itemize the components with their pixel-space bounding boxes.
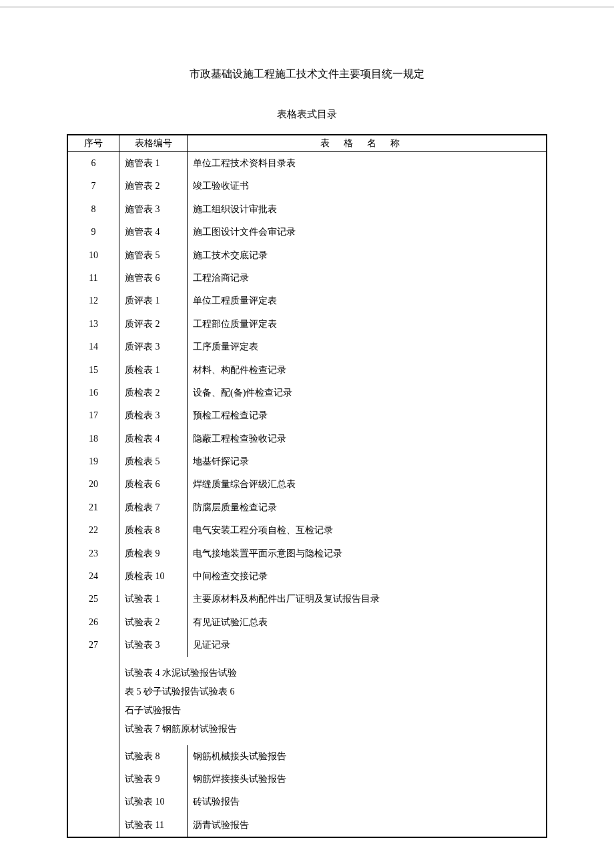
cell-seq: 7 — [67, 175, 119, 197]
table-row: 23质检表 9电气接地装置平面示意图与隐检记录 — [67, 542, 547, 565]
cell-seq — [67, 791, 119, 813]
cell-name: 工序质量评定表 — [188, 336, 547, 358]
cell-name: 焊缝质量综合评级汇总表 — [188, 473, 547, 496]
table-header-row: 序号 表格编号 表格名称 — [67, 135, 547, 152]
cell-code: 质评表 1 — [119, 290, 188, 312]
cell-seq: 15 — [67, 359, 119, 382]
cell-seq: 26 — [67, 611, 119, 634]
document-page: 市政基础设施工程施工技术文件主要项目统一规定 表格表式目录 序号 表格编号 表格… — [0, 7, 614, 868]
table-row: 19质检表 5地基钎探记录 — [67, 450, 547, 473]
cell-code: 质评表 2 — [119, 313, 188, 336]
cell-seq: 24 — [67, 565, 119, 588]
table-row: 11施管表 6工程洽商记录 — [67, 267, 547, 290]
cell-code: 试验表 1 — [119, 588, 188, 610]
cell-name: 沥青试验报告 — [188, 814, 547, 837]
table-row: 7施管表 2竣工验收证书 — [67, 175, 547, 197]
cell-code: 施管表 5 — [119, 244, 188, 267]
table-row: 试验表 11沥青试验报告 — [67, 814, 547, 837]
cell-code: 质检表 9 — [119, 542, 188, 565]
cell-seq: 17 — [67, 404, 119, 427]
table-row: 17质检表 3预检工程检查记录 — [67, 404, 547, 427]
cell-seq: 11 — [67, 267, 119, 290]
table-row: 15质检表 1材料、构配件检查记录 — [67, 359, 547, 382]
cell-code: 质检表 1 — [119, 359, 188, 382]
cell-name: 钢筋焊接接头试验报告 — [188, 768, 547, 791]
cell-seq: 9 — [67, 221, 119, 244]
table-row: 18质检表 4隐蔽工程检查验收记录 — [67, 428, 547, 450]
cell-seq — [67, 657, 119, 745]
cell-seq: 23 — [67, 542, 119, 565]
cell-code: 质检表 8 — [119, 519, 188, 542]
cell-name: 电气接地装置平面示意图与隐检记录 — [188, 542, 547, 565]
cell-name: 竣工验收证书 — [188, 175, 547, 197]
cell-seq: 12 — [67, 290, 119, 312]
cell-code: 施管表 4 — [119, 221, 188, 244]
table-row: 6施管表 1单位工程技术资料目录表 — [67, 152, 547, 175]
cell-code: 质检表 7 — [119, 496, 188, 519]
cell-seq: 8 — [67, 198, 119, 221]
cell-code: 质检表 2 — [119, 382, 188, 404]
header-code: 表格编号 — [119, 135, 188, 152]
cell-name: 有见证试验汇总表 — [188, 611, 547, 634]
table-row: 试验表 9钢筋焊接接头试验报告 — [67, 768, 547, 791]
table-row: 16质检表 2设备、配(备)件检查记录 — [67, 382, 547, 404]
cell-name: 单位工程质量评定表 — [188, 290, 547, 312]
cell-name: 砖试验报告 — [188, 791, 547, 813]
table-row: 21质检表 7防腐层质量检查记录 — [67, 496, 547, 519]
cell-seq: 16 — [67, 382, 119, 404]
cell-seq: 25 — [67, 588, 119, 610]
cell-code: 质评表 3 — [119, 336, 188, 358]
cell-code: 质检表 3 — [119, 404, 188, 427]
cell-seq: 19 — [67, 450, 119, 473]
cell-code: 质检表 10 — [119, 565, 188, 588]
cell-name: 施工图设计文件会审记录 — [188, 221, 547, 244]
header-name: 表格名称 — [188, 135, 547, 152]
table-row: 试验表 4 水泥试验报告试验表 5 砂子试验报告试验表 6石子试验报告试验表 7… — [67, 657, 547, 745]
cell-code: 试验表 3 — [119, 634, 188, 657]
table-row: 9施管表 4施工图设计文件会审记录 — [67, 221, 547, 244]
cell-name: 钢筋机械接头试验报告 — [188, 745, 547, 768]
cell-seq: 27 — [67, 634, 119, 657]
cell-code: 试验表 4 水泥试验报告试验表 5 砂子试验报告试验表 6石子试验报告试验表 7… — [119, 657, 547, 745]
table-row: 试验表 10砖试验报告 — [67, 791, 547, 813]
table-row: 10施管表 5施工技术交底记录 — [67, 244, 547, 267]
catalog-table: 序号 表格编号 表格名称 6施管表 1单位工程技术资料目录表7施管表 2竣工验收… — [67, 134, 547, 838]
cell-seq — [67, 745, 119, 768]
cell-seq: 6 — [67, 152, 119, 175]
cell-seq: 22 — [67, 519, 119, 542]
table-row: 22质检表 8电气安装工程分项自检、互检记录 — [67, 519, 547, 542]
cell-name: 防腐层质量检查记录 — [188, 496, 547, 519]
cell-name: 预检工程检查记录 — [188, 404, 547, 427]
cell-name: 隐蔽工程检查验收记录 — [188, 428, 547, 450]
cell-name: 地基钎探记录 — [188, 450, 547, 473]
header-seq: 序号 — [67, 135, 119, 152]
cell-seq: 14 — [67, 336, 119, 358]
cell-seq: 10 — [67, 244, 119, 267]
cell-code: 质检表 4 — [119, 428, 188, 450]
table-row: 26试验表 2有见证试验汇总表 — [67, 611, 547, 634]
cell-name: 工程洽商记录 — [188, 267, 547, 290]
cell-name: 电气安装工程分项自检、互检记录 — [188, 519, 547, 542]
cell-seq: 20 — [67, 473, 119, 496]
table-row: 25试验表 1主要原材料及构配件出厂证明及复试报告目录 — [67, 588, 547, 610]
cell-name: 工程部位质量评定表 — [188, 313, 547, 336]
table-row: 20质检表 6焊缝质量综合评级汇总表 — [67, 473, 547, 496]
cell-code: 试验表 10 — [119, 791, 188, 813]
cell-name: 单位工程技术资料目录表 — [188, 152, 547, 175]
cell-seq — [67, 814, 119, 837]
table-row: 13质评表 2工程部位质量评定表 — [67, 313, 547, 336]
cell-code: 施管表 6 — [119, 267, 188, 290]
table-row: 试验表 8钢筋机械接头试验报告 — [67, 745, 547, 768]
page-subtitle: 表格表式目录 — [67, 108, 547, 121]
table-row: 27试验表 3见证记录 — [67, 634, 547, 657]
cell-name: 见证记录 — [188, 634, 547, 657]
cell-name: 施工技术交底记录 — [188, 244, 547, 267]
cell-seq — [67, 768, 119, 791]
cell-name: 中间检查交接记录 — [188, 565, 547, 588]
cell-code: 试验表 2 — [119, 611, 188, 634]
cell-name: 材料、构配件检查记录 — [188, 359, 547, 382]
table-row: 14质评表 3工序质量评定表 — [67, 336, 547, 358]
cell-seq: 18 — [67, 428, 119, 450]
cell-seq: 13 — [67, 313, 119, 336]
table-row: 12质评表 1单位工程质量评定表 — [67, 290, 547, 312]
